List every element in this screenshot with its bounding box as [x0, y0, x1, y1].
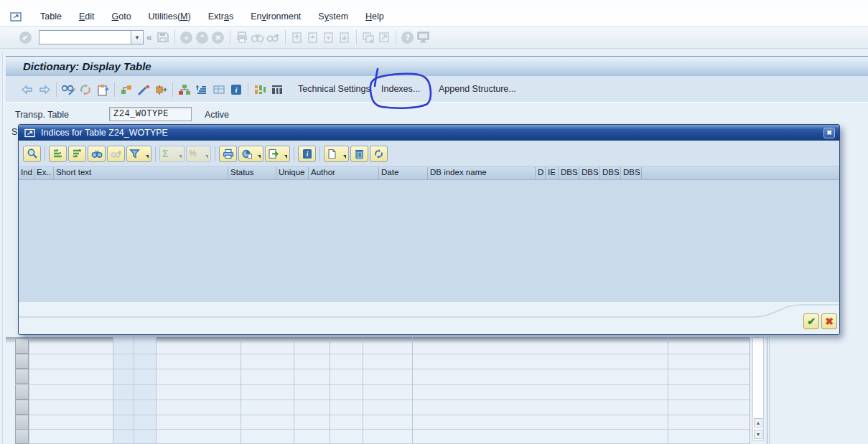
column-header[interactable]: IE [546, 167, 559, 180]
menu-item[interactable]: Utilities(M) [146, 10, 193, 23]
menu-item[interactable]: Extras [206, 10, 235, 23]
next-page-icon [321, 29, 337, 46]
dialog-title: Indices for Table Z24_WOTYPE [41, 128, 168, 138]
customize-layout-icon [416, 29, 431, 46]
column-header[interactable]: Status [228, 167, 276, 180]
command-input[interactable] [39, 30, 131, 44]
up-icon: ⌃ [195, 29, 210, 46]
column-header[interactable]: Short text [54, 167, 228, 180]
views-button[interactable] [238, 146, 263, 162]
row-selector[interactable] [15, 339, 29, 354]
column-layout-icon[interactable] [251, 81, 269, 98]
scroll-up-icon[interactable]: ▲ [754, 418, 762, 428]
where-used-icon[interactable] [118, 81, 135, 98]
confirm-button[interactable]: ✔ [803, 313, 819, 329]
sort-ascending-button[interactable] [49, 146, 67, 162]
menu-item[interactable]: Goto [109, 10, 133, 23]
last-page-icon [337, 29, 353, 46]
column-header[interactable]: Date [379, 167, 428, 180]
title-bar: Dictionary: Display Table [6, 56, 868, 76]
indexes-button[interactable]: Indexes... [381, 84, 420, 94]
row-selector[interactable] [15, 384, 29, 400]
row-selector[interactable] [15, 400, 29, 415]
column-header[interactable]: Ind [19, 167, 34, 180]
find-next-icon [266, 29, 281, 46]
dialog-footer: ✔ ✖ [19, 302, 839, 334]
refresh-list-button[interactable] [370, 146, 388, 162]
table-status-text: Active [205, 110, 229, 120]
find-icon [250, 29, 266, 46]
column-header[interactable]: DB index name [428, 167, 536, 180]
index-table-body[interactable] [19, 180, 839, 302]
page-title: Dictionary: Display Table [23, 60, 151, 72]
wizard-wand-icon[interactable] [135, 81, 152, 98]
dialog-toolbar: Σ % i [19, 141, 839, 167]
column-header[interactable]: D [536, 167, 546, 180]
transp-table-label: Transp. Table [15, 110, 69, 120]
scroll-down-icon[interactable]: ▼ [754, 430, 762, 439]
column-header[interactable]: DBS [621, 167, 642, 180]
menu-item[interactable]: Edit [77, 10, 97, 23]
menu-bar: TableEditGotoUtilities(M)ExtrasEnvironme… [0, 7, 868, 27]
column-header[interactable]: Unique [276, 167, 309, 180]
delete-index-button[interactable] [350, 146, 368, 162]
filter-button[interactable] [126, 146, 151, 162]
refresh-icon[interactable] [77, 81, 94, 98]
row-selector[interactable] [15, 369, 29, 384]
command-dropdown-icon[interactable]: ▼ [131, 30, 144, 44]
hierarchy-icon[interactable] [176, 81, 193, 98]
clipped-label-fragment: S [11, 127, 17, 137]
sort-list-icon[interactable] [193, 81, 210, 98]
back-arrow-icon[interactable] [19, 81, 36, 98]
sort-descending-button[interactable] [68, 146, 86, 162]
application-toolbar: i Technical Settings Indexes... Append S… [6, 76, 868, 103]
command-field[interactable]: ▼ [39, 30, 144, 44]
fields-table-background [6, 337, 750, 444]
enter-icon: ✔ [17, 29, 33, 46]
find-button[interactable] [88, 146, 106, 162]
index-table-header: IndEx..Short textStatusUniqueAuthorDateD… [19, 167, 839, 180]
subtotal-button: % [186, 146, 211, 162]
collapse-icon: « [146, 32, 152, 43]
column-header[interactable]: Ex.. [34, 167, 54, 180]
transp-table-field[interactable]: Z24_WOTYPE [109, 107, 192, 121]
assign-move-icon[interactable] [152, 81, 169, 98]
column-header[interactable]: DBS [600, 167, 621, 180]
menu-item[interactable]: Table [38, 10, 64, 23]
standard-toolbar: ✔ ▼ « « ⌃ ✕ ? [0, 27, 868, 49]
sap-screen-icon [10, 11, 22, 22]
menu-item[interactable]: System [316, 10, 350, 23]
save-icon [155, 29, 171, 46]
previous-page-icon [305, 29, 321, 46]
svg-text:i: i [306, 151, 308, 158]
technical-settings-button[interactable]: Technical Settings [298, 84, 370, 94]
forward-arrow-icon[interactable] [36, 81, 53, 98]
column-header[interactable]: Author [309, 167, 379, 180]
details-button[interactable] [23, 146, 41, 162]
dialog-title-bar[interactable]: Indices for Table Z24_WOTYPE ✖ [19, 125, 839, 141]
find-next-button[interactable] [107, 146, 125, 162]
append-structure-button[interactable]: Append Structure... [439, 84, 516, 94]
row-selector[interactable] [15, 429, 29, 444]
export-button[interactable] [265, 146, 290, 162]
back-icon: « [179, 29, 195, 46]
info-icon[interactable]: i [228, 81, 245, 98]
data-grid-icon[interactable] [269, 81, 286, 98]
frame-line [2, 52, 3, 444]
dialog-info-button[interactable]: i [298, 146, 316, 162]
column-header[interactable]: DBS [579, 167, 600, 180]
menu-item[interactable]: Help [363, 10, 386, 23]
first-page-icon [289, 29, 305, 46]
row-selector[interactable] [15, 415, 29, 430]
print-button[interactable] [219, 146, 237, 162]
cancel-button[interactable]: ✖ [821, 313, 837, 329]
table-view-icon[interactable] [210, 81, 228, 98]
display-change-icon[interactable] [60, 81, 77, 98]
create-index-button[interactable] [324, 146, 349, 162]
vertical-scrollbar[interactable]: ▲ ▼ [752, 337, 764, 441]
copy-icon[interactable] [94, 81, 111, 98]
row-selector[interactable] [15, 354, 29, 369]
menu-item[interactable]: Environment [248, 10, 303, 23]
column-header[interactable]: DBS [559, 167, 579, 180]
dialog-close-icon[interactable]: ✖ [823, 128, 835, 138]
